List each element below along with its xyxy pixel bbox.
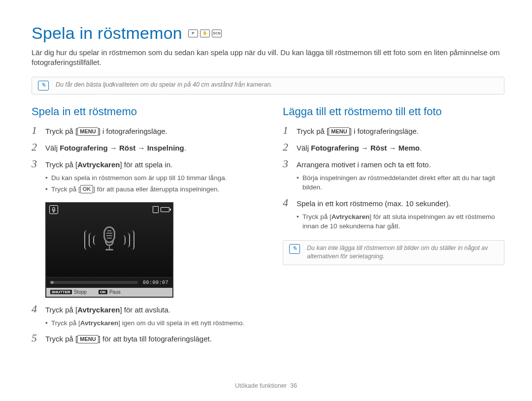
right-note-text: Du kan inte lägga till röstmemon till bi… [307, 244, 498, 261]
step-number: 2 [283, 141, 292, 154]
step-number: 2 [32, 141, 40, 154]
note-icon: ✎ [38, 81, 49, 91]
page-title: Spela in röstmemon P ✋ SCN [32, 24, 504, 43]
step-body: Tryck på [MENU] för att byta till fotogr… [45, 334, 212, 344]
note-icon: ✎ [289, 244, 300, 254]
ok-hint: OK Paus [99, 289, 121, 295]
step-number: 3 [32, 157, 40, 170]
camera-lcd-preview: 00:00:07 SHUTTER Stopp OK Paus [45, 202, 173, 298]
right-heading: Lägga till ett röstmemo till ett foto [283, 105, 504, 118]
right-note-box: ✎ Du kan inte lägga till röstmemon till … [283, 240, 504, 265]
right-step-1: 1 Tryck på [MENU] i fotograferingsläge. [283, 124, 504, 137]
mic-indicator-icon [49, 205, 58, 214]
left-step-5: 5 Tryck på [MENU] för att byta till foto… [32, 332, 253, 344]
bullet-item: Börja inspelningen av röstmeddelandet di… [297, 173, 504, 192]
step-body: Tryck på [MENU] i fotograferingsläge. [45, 126, 167, 136]
step-body: Spela in ett kort röstmemo (max. 10 seku… [297, 198, 451, 209]
columns: Spela in ett röstmemo 1 Tryck på [MENU] … [32, 105, 504, 345]
lcd-button-hints: SHUTTER Stopp OK Paus [46, 288, 172, 297]
menu-key: MENU [329, 127, 349, 136]
top-note-text: Du får den bästa ljudkvaliteten om du sp… [56, 81, 272, 90]
svg-rect-0 [53, 207, 55, 210]
right-column: Lägga till ett röstmemo till ett foto 1 … [283, 105, 504, 345]
intro-text: Lär dig hur du spelar in röstmemon som d… [32, 48, 504, 68]
right-step-3: 3 Arrangera motivet i ramen och ta ett f… [283, 157, 504, 170]
page-footer: Utökade funktioner 36 [0, 382, 532, 389]
mode-icon-hand: ✋ [200, 30, 210, 37]
lcd-status-icons [153, 206, 169, 213]
step-number: 1 [32, 124, 40, 137]
step-body: Välj Fotografering → Röst → Memo. [297, 143, 422, 153]
shutter-hint: SHUTTER Stopp [50, 289, 87, 295]
mic-graphic [84, 226, 134, 253]
mode-icon-scn: SCN [212, 30, 222, 37]
mode-icon-p: P [188, 30, 198, 37]
step-body: Tryck på [Avtryckaren] för att avsluta. [45, 305, 170, 315]
step-body: Välj Fotografering → Röst → Inspelning. [45, 143, 186, 153]
footer-section: Utökade funktioner [235, 382, 287, 389]
soundwave-left-icon [84, 230, 96, 250]
step-body: Tryck på [MENU] i fotograferingsläge. [297, 126, 419, 136]
soundwave-right-icon [123, 230, 134, 250]
left-step-1: 1 Tryck på [MENU] i fotograferingsläge. [32, 124, 253, 137]
menu-key: MENU [77, 335, 98, 343]
right-step-4: 4 Spela in ett kort röstmemo (max. 10 se… [283, 196, 504, 209]
menu-key: MENU [77, 127, 98, 136]
left-step-4-bullets: Tryck på [Avtryckaren] igen om du vill s… [45, 318, 253, 328]
step-body: Tryck på [Avtryckaren] för att spela in. [45, 159, 172, 170]
right-step-2: 2 Välj Fotografering → Röst → Memo. [283, 141, 504, 154]
progress-track [50, 281, 138, 284]
left-step-2: 2 Välj Fotografering → Röst → Inspelning… [32, 141, 253, 154]
battery-icon [161, 207, 169, 212]
lcd-progress-bar: 00:00:07 [46, 277, 172, 288]
step-number: 4 [283, 196, 292, 209]
step-number: 1 [283, 124, 292, 137]
ok-key: OK [80, 185, 94, 193]
lcd-screen [46, 203, 172, 277]
bullet-item: Du kan spela in röstmemon som är upp til… [45, 173, 253, 183]
left-column: Spela in ett röstmemo 1 Tryck på [MENU] … [32, 105, 253, 345]
recording-time: 00:00:07 [143, 280, 168, 285]
step-number: 5 [32, 332, 40, 344]
right-step-3-bullets: Börja inspelningen av röstmeddelandet di… [297, 173, 504, 192]
left-heading: Spela in ett röstmemo [32, 105, 253, 118]
footer-page-number: 36 [290, 382, 297, 389]
title-text: Spela in röstmemon [32, 24, 182, 43]
bullet-item: Tryck på [OK] för att pausa eller återup… [45, 185, 253, 194]
left-step-4: 4 Tryck på [Avtryckaren] för att avsluta… [32, 303, 253, 315]
right-step-4-bullets: Tryck på [Avtryckaren] för att sluta ins… [297, 212, 504, 231]
step-number: 4 [32, 303, 40, 315]
lcd-topbar [49, 205, 169, 214]
step-body: Arrangera motivet i ramen och ta ett fot… [297, 159, 431, 170]
microphone-icon [101, 226, 118, 253]
left-step-3: 3 Tryck på [Avtryckaren] för att spela i… [32, 157, 253, 170]
sd-card-icon [153, 206, 159, 213]
left-step-3-bullets: Du kan spela in röstmemon som är upp til… [45, 173, 253, 194]
bullet-item: Tryck på [Avtryckaren] för att sluta ins… [297, 212, 504, 231]
top-note-box: ✎ Du får den bästa ljudkvaliteten om du … [32, 77, 504, 94]
bullet-item: Tryck på [Avtryckaren] igen om du vill s… [45, 318, 253, 328]
step-number: 3 [283, 157, 292, 170]
mode-icons: P ✋ SCN [188, 30, 222, 37]
